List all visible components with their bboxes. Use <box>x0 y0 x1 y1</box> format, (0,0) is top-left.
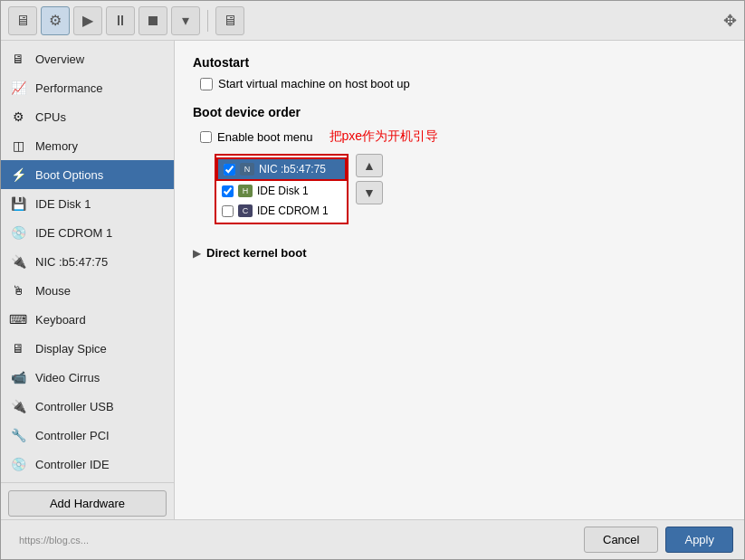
config-toolbar-btn[interactable]: ⚙ <box>41 6 70 35</box>
sidebar-item-boot-options[interactable]: ⚡ Boot Options <box>1 160 174 189</box>
sidebar-label-controller-usb: Controller USB <box>35 400 114 413</box>
move-icon: ✥ <box>723 11 737 31</box>
performance-icon: 📈 <box>8 78 28 98</box>
hdd-device-icon: H <box>238 185 253 197</box>
sidebar-item-controller-pci[interactable]: 🔧 Controller PCI <box>1 421 174 450</box>
boot-device-title: Boot device order <box>193 105 726 119</box>
sidebar-item-overview[interactable]: 🖥 Overview <box>1 44 174 73</box>
sidebar-footer: Add Hardware <box>1 482 174 519</box>
sidebar-label-keyboard: Keyboard <box>35 313 86 327</box>
sidebar-item-controller-ide[interactable]: 💿 Controller IDE <box>1 450 174 479</box>
sidebar-label-mouse: Mouse <box>35 284 71 298</box>
display-spice-icon: 🖥 <box>8 338 28 358</box>
direct-kernel-title: Direct kernel boot <box>206 246 307 260</box>
apply-button[interactable]: Apply <box>665 527 733 553</box>
boot-arrows: ▲ ▼ <box>356 154 383 204</box>
memory-icon: ◫ <box>8 136 28 156</box>
mouse-icon: 🖱 <box>8 280 28 300</box>
direct-kernel-section: ▶ Direct kernel boot <box>193 242 726 263</box>
sidebar-item-ide-cdrom[interactable]: 💿 IDE CDROM 1 <box>1 218 174 247</box>
sidebar-label-boot-options: Boot Options <box>35 168 103 182</box>
sidebar-item-nic[interactable]: 🔌 NIC :b5:47:75 <box>1 247 174 276</box>
sidebar-list: 🖥 Overview 📈 Performance ⚙ CPUs ◫ Memory <box>1 41 174 482</box>
sidebar: 🖥 Overview 📈 Performance ⚙ CPUs ◫ Memory <box>1 41 175 519</box>
boot-device-section: Boot device order Enable boot menu 把pxe作… <box>193 105 726 224</box>
url-text: https://blog.cs... <box>19 535 89 546</box>
controller-ide-icon: 💿 <box>8 454 28 474</box>
boot-list-item-hdd[interactable]: H IDE Disk 1 <box>216 181 347 201</box>
nic-device-icon: N <box>240 163 254 176</box>
collapsible-arrow-icon: ▶ <box>193 247 201 260</box>
autostart-checkbox[interactable] <box>200 78 213 90</box>
add-hardware-button[interactable]: Add Hardware <box>8 490 167 517</box>
sidebar-label-nic: NIC :b5:47:75 <box>35 255 108 269</box>
sidebar-label-controller-ide: Controller IDE <box>35 458 110 471</box>
overview-icon: 🖥 <box>8 49 28 69</box>
enable-boot-menu-checkbox[interactable] <box>200 131 212 143</box>
stop-toolbar-btn[interactable]: ⏹ <box>138 6 167 35</box>
sidebar-item-mouse[interactable]: 🖱 Mouse <box>1 276 174 305</box>
boot-nic-checkbox[interactable] <box>224 164 235 176</box>
boot-hdd-checkbox[interactable] <box>222 185 234 197</box>
hw-toolbar-btn[interactable]: 🖥 <box>8 6 37 35</box>
nic-icon: 🔌 <box>8 252 28 271</box>
autostart-label: Start virtual machine on host boot up <box>218 77 410 90</box>
sidebar-item-controller-usb[interactable]: 🔌 Controller USB <box>1 392 174 421</box>
autostart-checkbox-row: Start virtual machine on host boot up <box>193 77 726 90</box>
sidebar-label-overview: Overview <box>35 52 84 66</box>
dropdown-toolbar-btn[interactable]: ▾ <box>171 6 200 35</box>
toolbar-separator <box>207 10 208 32</box>
sidebar-label-memory: Memory <box>35 139 78 153</box>
sidebar-item-keyboard[interactable]: ⌨ Keyboard <box>1 305 174 334</box>
autostart-title: Autostart <box>193 55 726 70</box>
sidebar-label-cpus: CPUs <box>35 110 66 124</box>
sidebar-label-ide-disk: IDE Disk 1 <box>35 197 91 211</box>
cdrom-device-icon: C <box>238 204 253 217</box>
sidebar-label-controller-pci: Controller PCI <box>35 429 110 442</box>
sidebar-label-ide-cdrom: IDE CDROM 1 <box>35 226 112 240</box>
boot-list-item-nic[interactable]: N NIC :b5:47:75 <box>216 157 347 181</box>
ide-disk-icon: 💾 <box>8 194 28 214</box>
app-window: 🖥 ⚙ ▶ ⏸ ⏹ ▾ 🖥 ✥ 🖥 Overview 📈 Performance <box>0 0 745 560</box>
pause-toolbar-btn[interactable]: ⏸ <box>106 6 135 35</box>
move-up-button[interactable]: ▲ <box>356 154 383 177</box>
move-down-button[interactable]: ▼ <box>356 181 383 204</box>
sidebar-item-display-spice[interactable]: 🖥 Display Spice <box>1 334 174 363</box>
sidebar-label-display-spice: Display Spice <box>35 342 107 356</box>
annotation-text: 把pxe作为开机引导 <box>330 128 439 145</box>
sidebar-item-performance[interactable]: 📈 Performance <box>1 73 174 102</box>
sidebar-label-video-cirrus: Video Cirrus <box>35 371 100 384</box>
boot-order-area: N NIC :b5:47:75 H IDE Disk 1 C <box>193 154 726 224</box>
bottom-bar: https://blog.cs... Cancel Apply <box>1 519 744 559</box>
controller-pci-icon: 🔧 <box>8 425 28 445</box>
content-area: 🖥 Overview 📈 Performance ⚙ CPUs ◫ Memory <box>1 41 744 519</box>
boot-cdrom-label: IDE CDROM 1 <box>257 204 329 217</box>
toolbar: 🖥 ⚙ ▶ ⏸ ⏹ ▾ 🖥 ✥ <box>1 1 744 41</box>
play-toolbar-btn[interactable]: ▶ <box>73 6 102 35</box>
controller-usb-icon: 🔌 <box>8 396 28 416</box>
video-cirrus-icon: 📹 <box>8 367 28 387</box>
boot-device-list: N NIC :b5:47:75 H IDE Disk 1 C <box>215 154 349 224</box>
enable-boot-menu-label: Enable boot menu <box>217 130 313 144</box>
boot-options-icon: ⚡ <box>8 165 28 185</box>
main-content: Autostart Start virtual machine on host … <box>175 41 744 519</box>
ide-cdrom-icon: 💿 <box>8 223 28 242</box>
autostart-section: Autostart Start virtual machine on host … <box>193 55 726 90</box>
cancel-button[interactable]: Cancel <box>584 527 658 553</box>
boot-list-item-cdrom[interactable]: C IDE CDROM 1 <box>216 201 347 221</box>
keyboard-icon: ⌨ <box>8 309 28 329</box>
boot-cdrom-checkbox[interactable] <box>222 205 234 217</box>
sidebar-item-ide-disk[interactable]: 💾 IDE Disk 1 <box>1 189 174 218</box>
sidebar-item-video-cirrus[interactable]: 📹 Video Cirrus <box>1 363 174 392</box>
vm-toolbar-btn[interactable]: 🖥 <box>215 6 244 35</box>
sidebar-item-cpus[interactable]: ⚙ CPUs <box>1 102 174 131</box>
direct-kernel-header[interactable]: ▶ Direct kernel boot <box>193 242 726 263</box>
sidebar-label-performance: Performance <box>35 81 102 95</box>
cpus-icon: ⚙ <box>8 107 28 127</box>
sidebar-item-memory[interactable]: ◫ Memory <box>1 131 174 160</box>
enable-boot-row: Enable boot menu 把pxe作为开机引导 <box>193 128 726 145</box>
boot-nic-label: NIC :b5:47:75 <box>259 163 326 176</box>
boot-hdd-label: IDE Disk 1 <box>257 185 309 197</box>
